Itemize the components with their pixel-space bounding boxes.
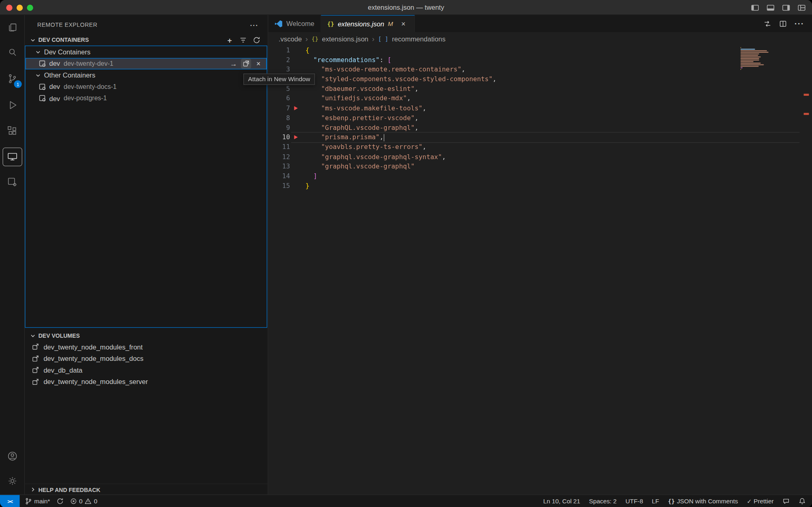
volume-item[interactable]: dev_twenty_node_modules_docs	[25, 353, 268, 365]
tab-extensions-json[interactable]: {} extensions.json M ×	[321, 15, 415, 32]
volumes-list: dev_twenty_node_modules_front dev_twenty…	[25, 341, 268, 388]
tree-group-other-containers[interactable]: Other Containers	[25, 69, 266, 81]
line-number[interactable]: 7	[268, 104, 290, 113]
code-line[interactable]: 4 "styled-components.vscode-styled-compo…	[268, 75, 812, 84]
eol-sequence[interactable]: LF	[652, 498, 659, 505]
code-line[interactable]: 15}	[268, 181, 812, 191]
breadcrumb-symbol[interactable]: recommendations	[392, 35, 445, 43]
sync-changes-icon[interactable]	[56, 498, 64, 505]
status-bar: >< main* 0 0	[0, 494, 812, 507]
sidebar-more-actions-icon[interactable]: ···	[249, 19, 260, 30]
language-mode[interactable]: {} JSON with Comments	[668, 498, 738, 505]
line-number[interactable]: 9	[268, 123, 290, 133]
notifications-bell-icon[interactable]	[799, 498, 806, 505]
line-number[interactable]: 13	[268, 162, 290, 171]
close-tab-icon[interactable]: ×	[399, 19, 408, 28]
line-number[interactable]: 11	[268, 142, 290, 152]
filter-list-icon[interactable]	[239, 35, 248, 44]
git-branch-status[interactable]: main*	[25, 498, 50, 505]
code-line[interactable]: 1{	[268, 45, 812, 55]
editor-group: Welcome {} extensions.json M × ··· .vsco…	[268, 15, 812, 494]
accounts-icon[interactable]	[2, 446, 24, 466]
remote-explorer-icon[interactable]	[2, 147, 24, 167]
remote-indicator-button[interactable]: ><	[0, 495, 19, 507]
open-changes-icon[interactable]	[763, 19, 771, 28]
split-editor-icon[interactable]	[779, 19, 787, 28]
minimap[interactable]	[741, 47, 771, 70]
settings-gear-icon[interactable]	[2, 470, 24, 491]
tree-item-dev-postgres-1[interactable]: dev dev-postgres-1	[25, 93, 266, 104]
line-number[interactable]: 14	[268, 171, 290, 181]
chevron-right-icon	[29, 486, 36, 493]
line-number[interactable]: 8	[268, 113, 290, 123]
formatter-status[interactable]: ✓ Prettier	[747, 498, 773, 505]
line-number[interactable]: 12	[268, 152, 290, 162]
chevron-down-icon	[29, 36, 36, 43]
code-editor[interactable]: 1{2 "recommendations": [3 "ms-vscode-rem…	[268, 45, 812, 494]
code-line[interactable]: 10 "prisma.prisma",	[268, 133, 812, 142]
section-dev-volumes[interactable]: DEV VOLUMES	[25, 330, 268, 341]
toggle-sidebar-left-icon[interactable]	[748, 2, 761, 13]
text-cursor	[384, 134, 384, 141]
close-window-button[interactable]	[6, 4, 12, 11]
breadcrumb: .vscode › {} extensions.json › [ ] recom…	[268, 32, 812, 45]
tree-item-dev-twenty-dev-1[interactable]: dev dev-twenty-dev-1 → ×	[25, 58, 266, 69]
container-icon	[38, 59, 46, 67]
line-number[interactable]: 1	[268, 45, 290, 55]
code-line[interactable]: 9 "GraphQL.vscode-graphql",	[268, 123, 812, 133]
new-dev-container-button[interactable]: +	[225, 35, 234, 44]
code-line[interactable]: 8 "esbenp.prettier-vscode",	[268, 113, 812, 123]
minimize-window-button[interactable]	[17, 4, 23, 11]
line-number[interactable]: 10	[268, 133, 290, 142]
code-line[interactable]: 2 "recommendations": [	[268, 55, 812, 65]
overview-ruler-mark	[804, 113, 809, 115]
code-line[interactable]: 3 "ms-vscode-remote.remote-containers",	[268, 65, 812, 75]
extensions-icon[interactable]	[2, 121, 24, 141]
source-control-icon[interactable]: 1	[2, 68, 24, 89]
zoom-window-button[interactable]	[27, 4, 33, 11]
run-debug-icon[interactable]	[2, 95, 24, 115]
tree-group-dev-containers[interactable]: Dev Containers	[25, 46, 266, 58]
breadcrumb-file[interactable]: extensions.json	[322, 35, 368, 43]
tree-item-dev-twenty-docs-1[interactable]: dev dev-twenty-docs-1	[25, 81, 266, 93]
editor-more-actions-icon[interactable]: ···	[795, 19, 804, 28]
encoding[interactable]: UTF-8	[626, 498, 643, 505]
code-line[interactable]: 14 ]	[268, 171, 812, 181]
feedback-icon[interactable]	[782, 498, 790, 505]
breadcrumb-folder[interactable]: .vscode	[279, 35, 302, 43]
code-line[interactable]: 13 "graphql.vscode-graphql"	[268, 162, 812, 171]
tab-bar: Welcome {} extensions.json M × ···	[268, 15, 812, 32]
line-number[interactable]: 6	[268, 94, 290, 104]
dev-containers-icon[interactable]	[2, 172, 24, 192]
line-number[interactable]: 5	[268, 84, 290, 94]
customize-layout-icon[interactable]	[795, 2, 808, 13]
code-line[interactable]: 7 "ms-vscode.makefile-tools",	[268, 104, 812, 113]
problems-status[interactable]: 0 0	[70, 498, 97, 505]
toggle-sidebar-right-icon[interactable]	[780, 2, 793, 13]
code-line[interactable]: 5 "dbaeumer.vscode-eslint",	[268, 84, 812, 94]
json-symbol-icon: {}	[311, 35, 318, 42]
line-number[interactable]: 15	[268, 181, 290, 191]
titlebar: extensions.json — twenty	[0, 0, 812, 15]
window-title: extensions.json — twenty	[0, 3, 812, 11]
tab-welcome[interactable]: Welcome	[268, 15, 321, 32]
volume-item[interactable]: dev_db_data	[25, 365, 268, 376]
refresh-icon[interactable]	[252, 35, 261, 44]
line-number[interactable]: 2	[268, 55, 290, 65]
search-icon[interactable]	[2, 42, 24, 63]
toggle-panel-bottom-icon[interactable]	[764, 2, 777, 13]
volume-item[interactable]: dev_twenty_node_modules_server	[25, 376, 268, 388]
code-line[interactable]: 12 "graphql.vscode-graphql-syntax",	[268, 152, 812, 162]
code-line[interactable]: 6 "unifiedjs.vscode-mdx",	[268, 94, 812, 104]
gutter-marker-icon	[294, 135, 298, 139]
attach-current-window-icon[interactable]: →	[228, 58, 239, 69]
explorer-icon[interactable]	[2, 17, 24, 38]
section-dev-containers[interactable]: DEV CONTAINERS +	[25, 34, 268, 45]
attach-new-window-icon[interactable]	[241, 58, 251, 69]
cursor-position[interactable]: Ln 10, Col 21	[543, 498, 580, 505]
code-line[interactable]: 11 "yoavbls.pretty-ts-errors",	[268, 142, 812, 152]
section-help-and-feedback[interactable]: HELP AND FEEDBACK	[25, 483, 268, 495]
indentation[interactable]: Spaces: 2	[589, 498, 617, 505]
volume-item[interactable]: dev_twenty_node_modules_front	[25, 341, 268, 353]
remove-container-icon[interactable]: ×	[253, 58, 264, 69]
